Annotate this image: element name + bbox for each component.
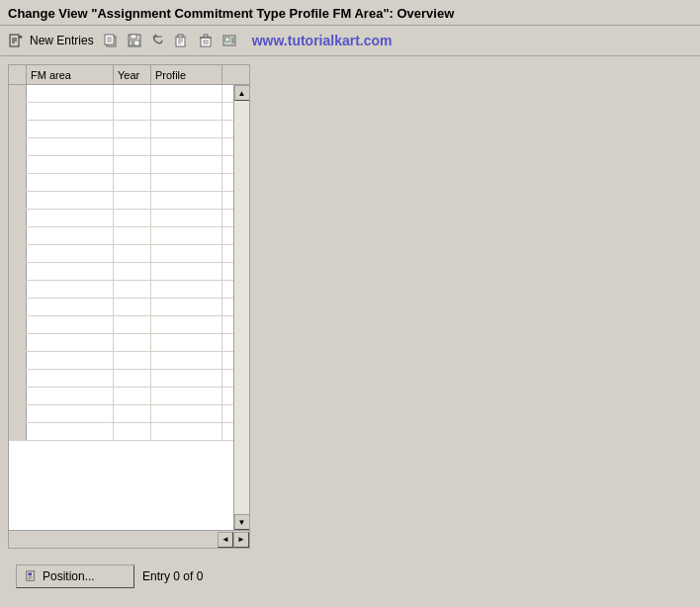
row-selector[interactable] — [9, 192, 27, 209]
cell-year[interactable] — [114, 174, 151, 191]
cell-profile[interactable] — [151, 388, 222, 404]
cell-profile[interactable] — [151, 103, 222, 120]
cell-profile[interactable] — [151, 423, 222, 440]
cell-profile[interactable] — [151, 316, 222, 333]
scroll-track[interactable] — [234, 101, 249, 514]
cell-year[interactable] — [114, 85, 151, 102]
row-selector[interactable] — [9, 174, 27, 191]
scroll-up-button[interactable]: ▲ — [234, 85, 250, 101]
table-row[interactable] — [9, 281, 233, 299]
cell-year[interactable] — [114, 210, 151, 226]
row-selector[interactable] — [9, 423, 27, 440]
row-selector[interactable] — [9, 138, 27, 155]
row-selector[interactable] — [9, 388, 27, 404]
cell-year[interactable] — [114, 103, 151, 120]
row-selector[interactable] — [9, 405, 27, 422]
copy-button[interactable] — [100, 30, 122, 51]
cell-profile[interactable] — [151, 299, 222, 315]
row-selector[interactable] — [9, 210, 27, 226]
row-selector[interactable] — [9, 227, 27, 244]
cell-profile[interactable] — [151, 210, 222, 226]
cell-profile[interactable] — [151, 281, 222, 298]
table-row[interactable] — [9, 370, 233, 388]
vertical-scrollbar[interactable]: ▲ ▼ — [233, 85, 249, 530]
position-button[interactable]: Position... — [16, 564, 134, 588]
table-row[interactable] — [9, 299, 233, 316]
scroll-left-button[interactable]: ◄ — [218, 532, 233, 548]
row-selector[interactable] — [9, 334, 27, 351]
cell-fm[interactable] — [27, 281, 114, 298]
cell-fm[interactable] — [27, 316, 114, 333]
row-selector[interactable] — [9, 352, 27, 369]
table-row[interactable] — [9, 121, 233, 138]
row-selector[interactable] — [9, 156, 27, 173]
table-row[interactable] — [9, 263, 233, 281]
cell-fm[interactable] — [27, 138, 114, 155]
table-row[interactable] — [9, 85, 233, 103]
cell-profile[interactable] — [151, 370, 222, 387]
cell-fm[interactable] — [27, 263, 114, 280]
cell-year[interactable] — [114, 334, 151, 351]
table-row[interactable] — [9, 316, 233, 334]
extra-button[interactable] — [219, 30, 240, 51]
cell-profile[interactable] — [151, 138, 222, 155]
cell-year[interactable] — [114, 316, 151, 333]
cell-profile[interactable] — [151, 85, 222, 102]
row-selector[interactable] — [9, 316, 27, 333]
new-entries-button[interactable]: New Entries — [26, 32, 98, 49]
delete-button[interactable] — [195, 30, 217, 51]
cell-fm[interactable] — [27, 156, 114, 173]
cell-profile[interactable] — [151, 263, 222, 280]
table-row[interactable] — [9, 245, 233, 263]
cell-profile[interactable] — [151, 405, 222, 422]
table-row[interactable] — [9, 103, 233, 121]
cell-year[interactable] — [114, 121, 151, 137]
cell-year[interactable] — [114, 245, 151, 262]
undo-button[interactable] — [147, 30, 169, 51]
cell-year[interactable] — [114, 263, 151, 280]
table-row[interactable] — [9, 352, 233, 370]
cell-fm[interactable] — [27, 227, 114, 244]
cell-profile[interactable] — [151, 121, 222, 137]
cell-year[interactable] — [114, 227, 151, 244]
table-rows-area[interactable] — [9, 85, 233, 530]
cell-profile[interactable] — [151, 156, 222, 173]
cell-year[interactable] — [114, 299, 151, 315]
cell-profile[interactable] — [151, 245, 222, 262]
cell-year[interactable] — [114, 423, 151, 440]
cell-year[interactable] — [114, 370, 151, 387]
table-row[interactable] — [9, 156, 233, 174]
cell-year[interactable] — [114, 281, 151, 298]
cell-fm[interactable] — [27, 245, 114, 262]
table-row[interactable] — [9, 423, 233, 441]
cell-year[interactable] — [114, 405, 151, 422]
cell-profile[interactable] — [151, 334, 222, 351]
cell-fm[interactable] — [27, 352, 114, 369]
cell-fm[interactable] — [27, 85, 114, 102]
cell-fm[interactable] — [27, 405, 114, 422]
scroll-right-button[interactable]: ► — [233, 532, 249, 548]
row-selector[interactable] — [9, 263, 27, 280]
table-row[interactable] — [9, 192, 233, 210]
cell-year[interactable] — [114, 192, 151, 209]
table-row[interactable] — [9, 210, 233, 227]
paste-button[interactable] — [171, 30, 193, 51]
cell-year[interactable] — [114, 352, 151, 369]
cell-fm[interactable] — [27, 388, 114, 404]
row-selector[interactable] — [9, 245, 27, 262]
cell-profile[interactable] — [151, 174, 222, 191]
cell-fm[interactable] — [27, 423, 114, 440]
cell-fm[interactable] — [27, 192, 114, 209]
table-row[interactable] — [9, 334, 233, 352]
row-selector[interactable] — [9, 103, 27, 120]
row-selector[interactable] — [9, 299, 27, 315]
cell-fm[interactable] — [27, 334, 114, 351]
cell-fm[interactable] — [27, 121, 114, 137]
cell-profile[interactable] — [151, 192, 222, 209]
table-row[interactable] — [9, 405, 233, 423]
cell-fm[interactable] — [27, 370, 114, 387]
cell-year[interactable] — [114, 388, 151, 404]
cell-profile[interactable] — [151, 352, 222, 369]
scroll-down-button[interactable]: ▼ — [234, 514, 250, 530]
save-button[interactable] — [124, 30, 145, 51]
